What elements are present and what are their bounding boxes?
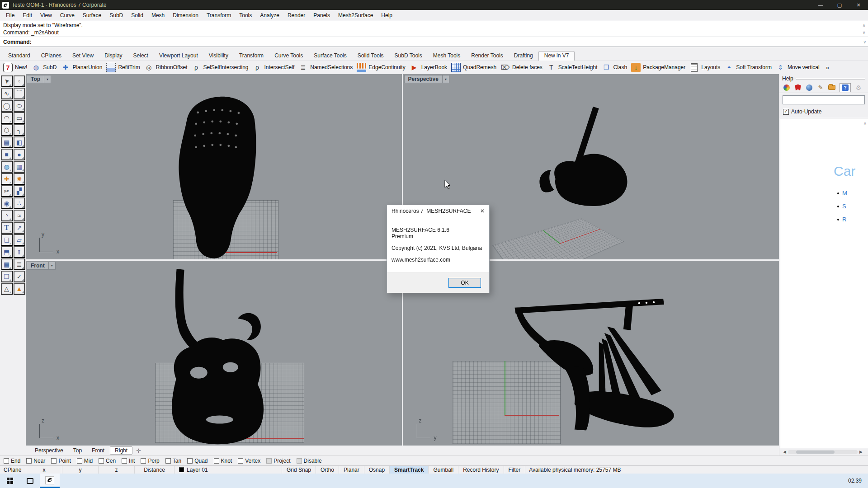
tool-array-rectangular-button[interactable]: ▦ [1,258,13,270]
tab-select[interactable]: Select [128,52,154,60]
tool-box-button[interactable]: ■ [1,149,13,160]
toolbar-deletefaces[interactable]: ⌦Delete faces [499,62,545,73]
tool-circle-button[interactable]: ◯ [1,100,13,112]
menu-help[interactable]: Help [377,10,396,21]
menu-view[interactable]: View [36,10,56,21]
checkbox-icon[interactable] [51,458,57,464]
toggle-planar[interactable]: Planar [339,466,364,474]
tab-set-view[interactable]: Set View [67,52,99,60]
tool-curve-fillet-button[interactable]: ╮ [14,124,25,136]
taskbar-rhino-app[interactable] [40,474,60,488]
menu-analyze[interactable]: Analyze [256,10,283,21]
toolbar-refittrim[interactable]: RefitTrim [105,62,142,73]
tool-check-button[interactable]: ✓ [14,271,25,282]
taskbar-clock[interactable]: 02.39 [848,478,868,484]
tool-extrude-surface-button[interactable]: ⬒ [1,246,13,258]
osnap-cen[interactable]: Cen [99,458,116,464]
toolbar-ribbonoffset[interactable]: ◎RibbonOffset [143,62,190,73]
menu-transform[interactable]: Transform [203,10,235,21]
tab-solid-tools[interactable]: Solid Tools [352,52,389,60]
tool-trim-button[interactable]: ✂ [1,185,13,197]
toolbar-subd[interactable]: ◍SubD [30,62,59,73]
tab-render-tools[interactable]: Render Tools [466,52,509,60]
tool-interpolate-curve-button[interactable]: ⌒ [14,88,25,99]
tool-network-surface-button[interactable]: ▦ [14,161,25,173]
help-horizontal-scrollbar[interactable]: ◀ ▶ [779,448,868,455]
toolbar-overflow-chevron[interactable]: » [823,64,832,71]
help-link-text[interactable]: M [842,190,847,197]
shoe-mesh-top-view[interactable] [26,74,402,259]
tool-block-button[interactable]: ❏ [1,234,13,246]
tool-object-points-button[interactable]: ∴ [14,197,25,209]
scrollbar-track[interactable] [788,450,858,454]
status-layer[interactable]: Layer 01 [175,466,282,474]
checkbox-icon[interactable] [165,458,171,464]
tool-split-button[interactable]: ▞ [14,185,25,197]
tab-viewport-layout[interactable]: Viewport Layout [154,52,203,60]
osnap-quad[interactable]: Quad [187,458,208,464]
help-link[interactable]: S [837,203,846,210]
tool-sphere-button[interactable]: ● [14,149,25,160]
viewport-front-title[interactable]: Front ▾ [27,262,56,270]
osnap-point[interactable]: Point [51,458,71,464]
tool-curve-boolean-button[interactable]: ◉ [1,197,13,209]
toolbar-layerbook[interactable]: ▶LayerBook [408,62,450,73]
toolbar-softtransform[interactable]: ◓Soft Transform [723,62,774,73]
shoe-mesh-front-view[interactable] [26,261,402,446]
panel-tab-help-active[interactable]: ? [840,83,851,92]
tool-extrude-straight-button[interactable]: ⇑ [14,246,25,258]
viewport-title-dropdown-icon[interactable]: ▾ [44,75,51,83]
tool-drape-button[interactable]: ▲ [14,283,25,295]
toolbar-packagemanager[interactable]: ↓PackageManager [630,62,688,73]
tool-select-button[interactable]: ➤ [1,75,13,87]
toolbar-new[interactable]: 7New! [2,62,30,73]
help-link[interactable]: R [837,216,846,223]
viewport-tab-top[interactable]: Top [69,446,86,455]
close-button[interactable]: ✕ [849,0,868,10]
checkbox-icon[interactable] [4,458,9,464]
tool-blend-button[interactable]: ≈ [14,210,25,221]
tab-subd-tools[interactable]: SubD Tools [389,52,428,60]
tab-surface-tools[interactable]: Surface Tools [308,52,352,60]
osnap-near[interactable]: Near [26,458,45,464]
scroll-left-icon[interactable]: ◀ [783,450,786,454]
tool-text-button[interactable]: T [1,222,13,234]
toolbar-scaletextheight[interactable]: TScaleTextHeight [545,62,600,73]
viewport-top[interactable]: Top ▾ y [26,74,402,259]
maximize-button[interactable]: ▢ [830,0,849,10]
help-search-input[interactable] [783,95,865,104]
menu-tools[interactable]: Tools [235,10,256,21]
tool-copy-button[interactable]: ❐ [1,271,13,282]
add-viewport-icon[interactable]: ✛ [133,447,144,454]
menu-render[interactable]: Render [283,10,309,21]
panel-tab-settings[interactable]: ⚙ [855,84,862,91]
tool-point-button[interactable]: ○ [14,75,25,87]
tab-drafting[interactable]: Drafting [509,52,538,60]
panel-tab-notes[interactable]: ✎ [817,84,824,91]
checkbox-icon[interactable] [141,458,146,464]
menu-solid[interactable]: Solid [127,10,147,21]
menu-surface[interactable]: Surface [79,10,105,21]
panel-tab-web[interactable] [783,84,790,91]
menu-file[interactable]: File [2,10,19,21]
viewport-perspective-title[interactable]: Perspective ▾ [404,75,449,83]
toggle-ortho[interactable]: Ortho [316,466,339,474]
scroll-right-icon[interactable]: ▶ [859,450,863,454]
tab-cplanes[interactable]: CPlanes [36,52,67,60]
checkbox-icon[interactable] [26,458,32,464]
viewport-title-dropdown-icon[interactable]: ▾ [49,262,56,270]
menu-curve[interactable]: Curve [56,10,79,21]
tab-curve-tools[interactable]: Curve Tools [269,52,308,60]
menu-subd[interactable]: SubD [105,10,127,21]
checkbox-icon[interactable] [297,458,302,464]
tool-fillet-button[interactable]: ◝ [1,210,13,221]
help-link-text[interactable]: S [842,203,846,210]
tool-align-button[interactable]: ≣ [14,258,25,270]
scroll-up-icon[interactable]: ∧ [863,121,867,126]
viewport-top-title[interactable]: Top ▾ [27,75,51,83]
command-prompt[interactable]: Command: ∨ [0,37,868,47]
checkbox-icon[interactable] [122,458,127,464]
scrollbar-thumb[interactable] [796,450,835,454]
toolbar-layouts[interactable]: Layouts [688,62,723,73]
tab-mesh-tools[interactable]: Mesh Tools [428,52,466,60]
